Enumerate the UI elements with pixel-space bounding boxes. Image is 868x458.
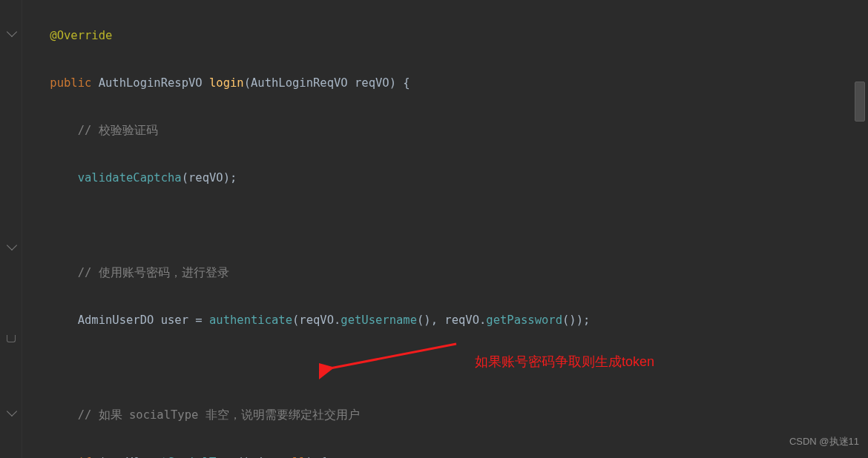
kw-public: public bbox=[50, 76, 91, 90]
code-area[interactable]: @Override public AuthLoginRespVO login(A… bbox=[22, 0, 850, 458]
var: user bbox=[161, 313, 188, 327]
type: AdminUserDO bbox=[78, 313, 154, 327]
arg: reqVO bbox=[444, 313, 479, 327]
call-getUsername: getUsername bbox=[341, 313, 417, 327]
method-name-login: login bbox=[209, 76, 244, 90]
comment: // 使用账号密码，进行登录 bbox=[78, 266, 229, 279]
fold-marker[interactable] bbox=[7, 240, 17, 250]
minimap-highlight[interactable] bbox=[855, 82, 865, 122]
watermark: CSDN @执迷11 bbox=[789, 430, 859, 454]
comment: // 校验验证码 bbox=[78, 124, 158, 137]
param-type: AuthLoginReqVO bbox=[251, 76, 348, 90]
gutter bbox=[0, 0, 22, 458]
annotation-override: @Override bbox=[50, 29, 112, 42]
fold-end[interactable] bbox=[7, 335, 16, 342]
return-type: AuthLoginRespVO bbox=[99, 76, 203, 90]
call-getPassword: getPassword bbox=[486, 313, 562, 327]
arg: reqVO bbox=[299, 313, 334, 327]
call-validateCaptcha: validateCaptcha bbox=[78, 171, 182, 185]
fold-marker[interactable] bbox=[7, 406, 17, 416]
comment: // 如果 socialType 非空，说明需要绑定社交用户 bbox=[78, 408, 360, 422]
arg: reqVO bbox=[188, 171, 223, 185]
param-name: reqVO bbox=[355, 76, 389, 90]
fold-marker[interactable] bbox=[7, 27, 17, 37]
call-authenticate: authenticate bbox=[209, 313, 292, 327]
